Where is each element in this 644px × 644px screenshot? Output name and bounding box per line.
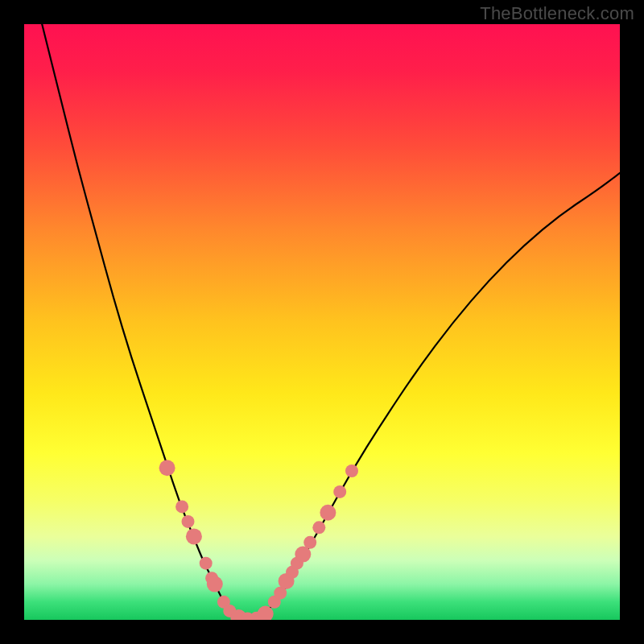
curve-marker bbox=[295, 547, 311, 563]
curve-marker bbox=[175, 500, 188, 513]
curve-marker bbox=[207, 576, 223, 592]
plot-area bbox=[24, 24, 620, 620]
curve-marker bbox=[303, 536, 316, 549]
curve-marker bbox=[186, 528, 202, 544]
curve-marker bbox=[320, 505, 336, 521]
bottleneck-curve-layer bbox=[24, 24, 620, 620]
curve-marker bbox=[345, 464, 358, 477]
marker-group bbox=[159, 460, 358, 620]
curve-marker bbox=[312, 521, 325, 534]
watermark-label: TheBottleneck.com bbox=[480, 3, 634, 24]
bottleneck-curve bbox=[42, 24, 620, 619]
curve-marker bbox=[182, 515, 195, 528]
chart-frame: TheBottleneck.com bbox=[0, 0, 644, 644]
curve-marker bbox=[159, 460, 175, 476]
curve-marker bbox=[333, 485, 346, 498]
curve-marker bbox=[200, 557, 213, 570]
